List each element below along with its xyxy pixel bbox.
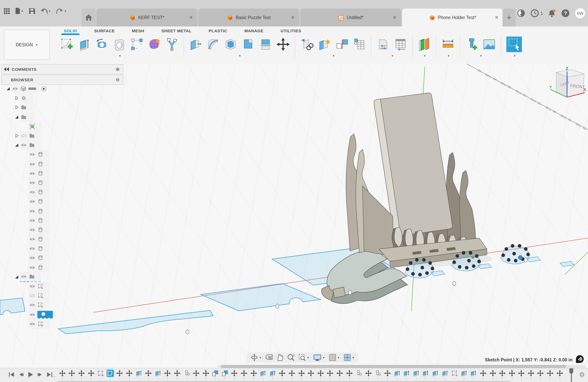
tree-row-1s[interactable]: [22, 244, 129, 253]
visibility-eye-on-icon[interactable]: [29, 171, 35, 175]
tree-row-4l[interactable]: [22, 159, 129, 169]
document-tab-active[interactable]: Phone Holder Test* ✕: [402, 9, 503, 26]
document-tab[interactable]: Untitled* ✕: [300, 9, 401, 26]
extensions-icon[interactable]: [517, 9, 525, 18]
timeline-feature-move[interactable]: [230, 370, 239, 380]
insert-fastener-icon[interactable]: [464, 37, 480, 52]
new-tab-button[interactable]: +: [503, 9, 516, 26]
visibility-eye-on-icon[interactable]: [21, 143, 27, 147]
visibility-eye-on-icon[interactable]: [29, 322, 35, 326]
canvas-icon[interactable]: [482, 37, 497, 52]
fit-icon[interactable]: ▼: [298, 354, 310, 361]
timeline-feature-move[interactable]: [498, 370, 507, 380]
timeline-feature-move[interactable]: [172, 370, 182, 380]
tree-row-iphone-13-mini[interactable]: [22, 291, 129, 300]
tree-row-selection-sets[interactable]: [14, 112, 129, 122]
timeline-feature-move[interactable]: [316, 370, 325, 380]
play-icon[interactable]: [28, 371, 33, 378]
tree-row-phone-holder-test[interactable]: [5, 84, 129, 93]
tree-row-scaled-dimensions[interactable]: [22, 319, 129, 329]
select-icon[interactable]: [505, 35, 523, 53]
visibility-eye-off-icon[interactable]: [29, 294, 35, 297]
close-tab-icon[interactable]: ✕: [291, 15, 295, 20]
tab-sheet-metal[interactable]: SHEET METAL: [153, 26, 200, 34]
redo-icon[interactable]: ▼: [56, 8, 67, 14]
tree-item-label[interactable]: [28, 87, 36, 90]
press-pull-icon[interactable]: [188, 37, 203, 52]
tab-mesh[interactable]: MESH: [123, 26, 153, 34]
visibility-eye-on-icon[interactable]: [21, 275, 27, 278]
timeline-feature-extrude[interactable]: [431, 370, 440, 380]
visibility-eye-on-icon[interactable]: [29, 228, 35, 232]
tree-row-origin[interactable]: [14, 131, 129, 140]
collapse-browser-icon[interactable]: ⊖: [116, 77, 120, 83]
comments-panel-header[interactable]: COMMENTS ⊕: [1, 64, 123, 74]
timeline-feature-move[interactable]: [555, 370, 565, 380]
visibility-eye-on-icon[interactable]: [29, 303, 35, 307]
tree-row-7l[interactable]: [22, 197, 129, 206]
timeline-feature-copy[interactable]: [182, 370, 191, 380]
tree-row-5l[interactable]: [22, 169, 129, 178]
tree-row-6l[interactable]: [22, 178, 129, 188]
move-copy-icon[interactable]: [275, 37, 291, 52]
close-tab-icon[interactable]: ✕: [189, 15, 193, 20]
insert-derive-icon[interactable]: [299, 37, 315, 52]
timeline-feature-move[interactable]: [383, 370, 392, 380]
configuration-icon[interactable]: [375, 37, 391, 52]
tree-row-document-settings[interactable]: ⚙: [14, 93, 129, 103]
timeline-feature-move[interactable]: [249, 370, 258, 380]
group-label[interactable]: ▼: [117, 54, 121, 57]
timeline-feature-move[interactable]: [364, 370, 373, 380]
expand-open-icon[interactable]: [14, 275, 20, 279]
automated-modeling-icon[interactable]: [164, 37, 180, 52]
tree-row-9s[interactable]: [22, 206, 129, 216]
help-icon[interactable]: ?: [561, 9, 570, 18]
tree-row-sketches[interactable]: [14, 272, 129, 282]
timeline-feature-move[interactable]: [526, 370, 536, 380]
timeline-feature-move[interactable]: [517, 370, 526, 380]
timeline-feature-combine[interactable]: [220, 370, 230, 380]
tree-row-bodies[interactable]: [14, 140, 129, 150]
skip-to-end-icon[interactable]: [47, 372, 53, 377]
timeline-feature-extrude[interactable]: [134, 370, 144, 380]
timeline-feature-move[interactable]: [144, 370, 153, 380]
timeline-feature-extrude[interactable]: [268, 370, 277, 380]
combine-icon[interactable]: [240, 37, 256, 52]
tree-row-2m[interactable]: [22, 234, 129, 244]
close-tab-icon[interactable]: ✕: [495, 15, 499, 20]
timeline-feature-move[interactable]: [201, 370, 210, 380]
app-grid-menu-icon[interactable]: [4, 8, 10, 14]
expand-open-icon[interactable]: [14, 115, 20, 119]
tree-row-phone-holder-small[interactable]: [22, 310, 129, 319]
group-label[interactable]: ▼: [237, 54, 241, 57]
timeline-feature-move[interactable]: [277, 370, 287, 380]
revolve-icon[interactable]: [94, 37, 110, 52]
timeline-feature-move[interactable]: [546, 370, 555, 380]
timeline-feature-move[interactable]: [77, 370, 86, 380]
timeline-feature-move[interactable]: [287, 370, 297, 380]
visibility-eye-on-icon[interactable]: [29, 247, 35, 251]
viewports-icon[interactable]: ▼: [343, 354, 355, 361]
timeline-feature-extrude[interactable]: [421, 370, 431, 380]
visibility-eye-on-icon[interactable]: [29, 256, 35, 260]
timeline-feature-move[interactable]: [325, 370, 335, 380]
timeline-feature-copy[interactable]: [354, 370, 364, 380]
tab-plastic[interactable]: PLASTIC: [200, 26, 236, 34]
visibility-eye-on-icon[interactable]: [29, 237, 35, 241]
timeline-scrollbar-thumb[interactable]: [221, 365, 566, 368]
group-label[interactable]: ▼: [446, 54, 450, 57]
create-sketch-icon[interactable]: [59, 37, 75, 52]
timeline-feature-extrude[interactable]: [153, 370, 163, 380]
visibility-eye-on-icon[interactable]: [12, 87, 18, 91]
tree-row-named-views[interactable]: [14, 103, 129, 112]
timeline-feature-move[interactable]: [239, 370, 249, 380]
orbit-icon[interactable]: ▼: [251, 354, 262, 361]
timeline-feature-move[interactable]: [297, 370, 306, 380]
grid-snaps-icon[interactable]: ▼: [329, 354, 340, 361]
add-comment-icon[interactable]: ⊕: [116, 66, 120, 72]
tree-row-small-connector[interactable]: [22, 263, 129, 272]
timeline-feature-move[interactable]: [58, 370, 67, 380]
visibility-eye-on-icon[interactable]: [29, 162, 35, 166]
file-menu-icon[interactable]: ▼: [15, 8, 24, 14]
expand-closed-icon[interactable]: [14, 96, 20, 100]
